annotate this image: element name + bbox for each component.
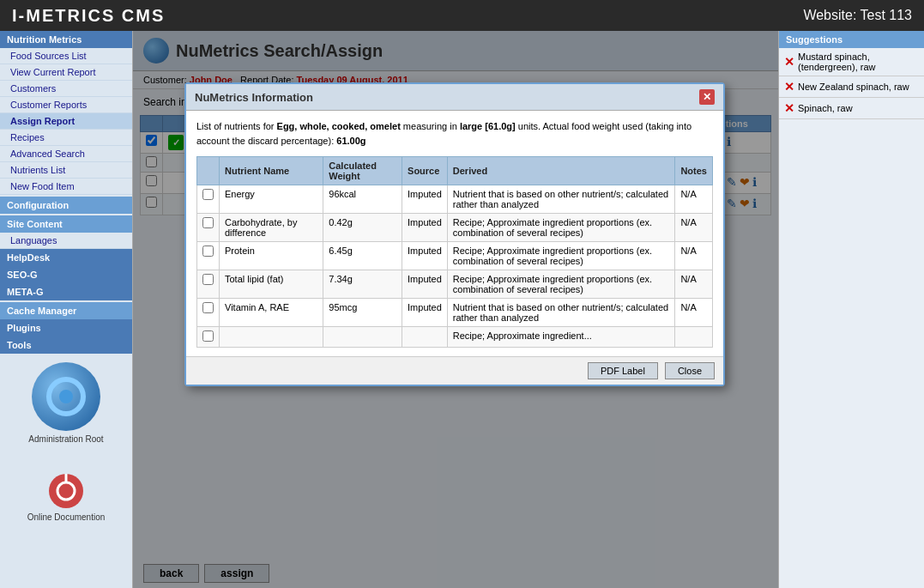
notes-5 — [675, 327, 713, 348]
sidebar-section-tools[interactable]: Tools — [0, 336, 132, 354]
source-1: Imputed — [402, 214, 448, 242]
sidebar-item-new-food[interactable]: New Food Item — [0, 179, 132, 195]
source-0: Imputed — [402, 185, 448, 214]
calc-weight-5 — [323, 327, 402, 348]
sidebar-item-languages[interactable]: Languages — [0, 233, 132, 249]
calc-weight-3: 7.34g — [323, 270, 402, 299]
suggestion-x-2: ✕ — [784, 101, 794, 115]
suggestion-1[interactable]: ✕ New Zealand spinach, raw — [779, 76, 924, 98]
calc-weight-0: 96kcal — [323, 185, 402, 214]
suggestion-2[interactable]: ✕ Spinach, raw — [779, 98, 924, 119]
derived-1: Recipe; Approximate ingredient proportio… — [447, 214, 675, 242]
suggestion-text-2: Spinach, raw — [798, 103, 853, 113]
sidebar-item-advanced-search[interactable]: Advanced Search — [0, 146, 132, 162]
sidebar-section-nutrition[interactable]: Nutrition Metrics — [0, 31, 132, 48]
modal-checkbox-1[interactable] — [202, 217, 214, 228]
modal-checkbox-0[interactable] — [202, 189, 214, 200]
source-5 — [402, 327, 448, 348]
nutrient-1: Carbohydrate, by difference — [220, 214, 323, 242]
doc-label: Online Documention — [9, 512, 124, 522]
sidebar-item-customers[interactable]: Customers — [0, 81, 132, 97]
sidebar-item-recipes[interactable]: Recipes — [0, 130, 132, 146]
svg-point-1 — [59, 390, 73, 403]
modal-close-btn[interactable]: Close — [665, 362, 715, 379]
modal-row-5: Recipe; Approximate ingredient... — [197, 327, 713, 348]
nutrient-4: Vitamin A, RAE — [220, 299, 323, 327]
notes-0: N/A — [675, 185, 713, 214]
app-title: I-METRICS CMS — [12, 6, 165, 26]
sidebar-section-cache[interactable]: Cache Manager — [0, 302, 132, 319]
pdf-label-button[interactable]: PDF Label — [588, 362, 658, 379]
calc-weight-2: 6.45g — [323, 242, 402, 270]
sidebar-section-site-content[interactable]: Site Content — [0, 215, 132, 233]
notes-1: N/A — [675, 214, 713, 242]
source-2: Imputed — [402, 242, 448, 270]
calc-weight-1: 0.42g — [323, 214, 402, 242]
modal-checkbox-2[interactable] — [202, 246, 214, 257]
sidebar-item-current-report[interactable]: View Current Report — [0, 64, 132, 81]
nutrient-2: Protein — [220, 242, 323, 270]
source-4: Imputed — [402, 299, 448, 327]
modal-title: NuMetrics Information — [195, 91, 313, 104]
source-3: Imputed — [402, 270, 448, 299]
derived-2: Recipe; Approximate ingredient proportio… — [447, 242, 675, 270]
col-source: Source — [402, 157, 448, 185]
notes-4: N/A — [675, 299, 713, 327]
col-derived: Derived — [447, 157, 675, 185]
derived-0: Nutrient that is based on other nutrient… — [447, 185, 675, 214]
sidebar-section-helpdesk[interactable]: HelpDesk — [0, 249, 132, 266]
admin-logo — [32, 362, 100, 431]
modal-row-4: Vitamin A, RAE 95mcg Imputed Nutrient th… — [197, 299, 713, 327]
sidebar-item-customer-reports[interactable]: Customer Reports — [0, 97, 132, 113]
col-nutrient: Nutrient Name — [220, 157, 323, 185]
suggestion-0[interactable]: ✕ Mustard spinach, (tendergreen), raw — [779, 48, 924, 76]
modal-dialog: NuMetrics Information ✕ List of nutrient… — [184, 82, 725, 386]
sidebar-item-assign-report[interactable]: Assign Report — [0, 113, 132, 130]
modal-close-button[interactable]: ✕ — [699, 89, 715, 105]
derived-5: Recipe; Approximate ingredient... — [447, 327, 675, 348]
modal-checkbox-5[interactable] — [202, 330, 214, 342]
col-notes: Notes — [675, 157, 713, 185]
modal-overlay: NuMetrics Information ✕ List of nutrient… — [133, 31, 778, 588]
suggestion-text-1: New Zealand spinach, raw — [798, 82, 909, 92]
modal-row-2: Protein 6.45g Imputed Recipe; Approximat… — [197, 242, 713, 270]
suggestion-text-0: Mustard spinach, (tendergreen), raw — [798, 52, 919, 72]
modal-row-1: Carbohydrate, by difference 0.42g Impute… — [197, 214, 713, 242]
modal-checkbox-3[interactable] — [202, 274, 214, 285]
modal-description: List of nutrients for Egg, whole, cooked… — [196, 119, 713, 148]
notes-3: N/A — [675, 270, 713, 299]
nutrient-5 — [220, 327, 323, 348]
suggestions-header: Suggestions — [779, 31, 924, 48]
nutrient-0: Energy — [220, 185, 323, 214]
sidebar-section-configuration[interactable]: Configuration — [0, 197, 132, 214]
admin-label: Administration Root — [9, 434, 124, 444]
notes-2: N/A — [675, 242, 713, 270]
sidebar-section-seog[interactable]: SEO-G — [0, 266, 132, 283]
derived-3: Recipe; Approximate ingredient proportio… — [447, 270, 675, 299]
modal-row-3: Total lipid (fat) 7.34g Imputed Recipe; … — [197, 270, 713, 299]
suggestion-x-1: ✕ — [784, 80, 794, 94]
sidebar-section-plugins[interactable]: Plugins — [0, 319, 132, 336]
sidebar-item-food-sources[interactable]: Food Sources List — [0, 48, 132, 64]
sidebar-item-nutrients-list[interactable]: Nutrients List — [0, 162, 132, 179]
nutrient-3: Total lipid (fat) — [220, 270, 323, 299]
suggestion-x-0: ✕ — [784, 55, 794, 69]
website-title: Website: Test 113 — [803, 8, 912, 23]
col-weight: Calculated Weight — [323, 157, 402, 185]
modal-checkbox-4[interactable] — [202, 302, 214, 313]
sidebar-section-metag[interactable]: META-G — [0, 283, 132, 300]
modal-row-0: Energy 96kcal Imputed Nutrient that is b… — [197, 185, 713, 214]
derived-4: Nutrient that is based on other nutrient… — [447, 299, 675, 327]
calc-weight-4: 95mcg — [323, 299, 402, 327]
